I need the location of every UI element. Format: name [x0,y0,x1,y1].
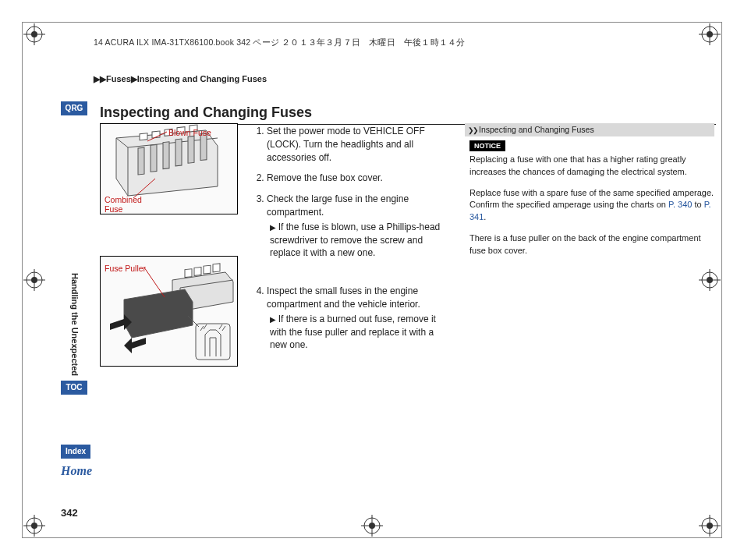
crop-mark-icon [23,515,45,537]
page-number: 342 [61,507,78,519]
crop-mark-icon [699,23,721,45]
fuse-puller-label: Fuse Puller [105,264,146,273]
breadcrumb-arrow-icon: ▶▶ [94,74,106,83]
step-4-sub: ▶ If there is a burned out fuse, remove … [270,313,453,352]
svg-rect-34 [163,142,169,169]
breadcrumb-item[interactable]: Inspecting and Changing Fuses [137,74,267,83]
notice-text: Replacing a fuse with one that has a hig… [465,154,714,178]
step-3-sub: ▶ If the fuse is blown, use a Phillips-h… [270,221,453,260]
svg-marker-52 [124,289,193,338]
crop-mark-icon [23,269,45,291]
svg-rect-55 [196,324,230,360]
svg-rect-38 [140,133,147,140]
breadcrumb-item[interactable]: Fuses [106,74,131,83]
svg-rect-35 [175,139,182,166]
notice-badge: NOTICE [469,140,505,152]
step-4: Inspect the small fuses in the engine co… [267,285,453,352]
breadcrumb: ▶▶Fuses▶Inspecting and Changing Fuses [94,74,267,84]
svg-line-57 [144,268,165,297]
instruction-steps: Set the power mode to VEHICLE OFF (LOCK)… [254,125,453,360]
section-label: Handling the Unexpected [70,273,80,376]
blown-fuse-label: Blown Fuse [168,128,211,137]
document-header: 14 ACURA ILX IMA-31TX86100.book 342 ページ … [94,37,465,48]
toc-button[interactable]: TOC [61,381,87,395]
breadcrumb-arrow-icon: ▶ [131,74,137,83]
crop-mark-icon [699,269,721,291]
info-sidebar: ❯❯Inspecting and Changing Fuses NOTICE R… [465,123,714,266]
sidebar-nav: QRG [61,101,92,120]
svg-rect-49 [194,267,201,275]
crop-mark-icon [361,515,383,537]
step-2: Remove the fuse box cover. [267,172,453,185]
home-button[interactable]: Home [61,464,92,478]
info-paragraph: There is a fuse puller on the back of th… [465,232,714,257]
chevron-icon: ❯❯ [468,126,477,134]
svg-rect-50 [204,265,211,274]
page-title: Inspecting and Changing Fuses [100,105,716,125]
svg-rect-32 [138,147,144,175]
svg-rect-33 [151,144,157,172]
crop-mark-icon [23,23,45,45]
combined-fuse-label: Combined Fuse [105,195,151,214]
triangle-icon: ▶ [270,315,278,324]
step-3: Check the large fuse in the engine compa… [267,193,453,260]
info-header: ❯❯Inspecting and Changing Fuses [465,123,714,136]
step-1: Set the power mode to VEHICLE OFF (LOCK)… [267,125,453,164]
svg-rect-51 [213,264,220,272]
crop-mark-icon [699,515,721,537]
qrg-button[interactable]: QRG [61,101,87,115]
svg-rect-48 [185,269,192,278]
info-paragraph: Replace fuse with a spare fuse of the sa… [465,187,714,223]
index-button[interactable]: Index [61,445,90,459]
svg-rect-36 [188,136,194,163]
triangle-icon: ▶ [270,223,278,232]
page-link-340[interactable]: P. 340 [668,200,692,209]
svg-marker-54 [124,338,146,353]
